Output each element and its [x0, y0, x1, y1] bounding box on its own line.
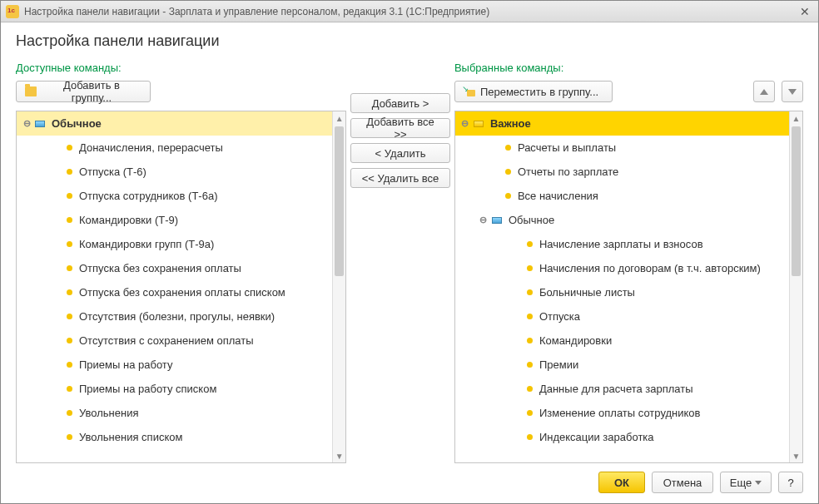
- scroll-up-icon[interactable]: ▲: [333, 111, 345, 125]
- scroll-track[interactable]: [790, 125, 802, 449]
- list-item[interactable]: Отпуска без сохранения оплаты списком: [17, 280, 332, 304]
- bullet-icon: [67, 193, 72, 199]
- add-to-group-button[interactable]: Добавить в группу...: [16, 81, 151, 102]
- available-label: Доступные команды:: [16, 62, 346, 74]
- window-title: Настройка панели навигации - Зарплата и …: [24, 6, 797, 17]
- list-item[interactable]: Приемы на работу: [17, 353, 332, 377]
- group-ordinary[interactable]: ⊖ Обычное: [455, 208, 789, 232]
- bullet-icon: [527, 241, 533, 247]
- scroll-track[interactable]: [333, 125, 345, 449]
- list-item[interactable]: Изменение оплаты сотрудников: [455, 401, 789, 425]
- folder-icon: [25, 86, 37, 96]
- bullet-icon: [527, 314, 533, 319]
- bullet-icon: [527, 386, 533, 392]
- move-up-button[interactable]: [753, 81, 775, 102]
- bullet-icon: [67, 386, 72, 392]
- titlebar: Настройка панели навигации - Зарплата и …: [1, 1, 818, 22]
- list-item[interactable]: Индексации заработка: [455, 425, 789, 449]
- list-item[interactable]: Начисления по договорам (в т.ч. авторски…: [455, 256, 789, 280]
- bullet-icon: [527, 265, 533, 271]
- navigation-panel-settings-window: Настройка панели навигации - Зарплата и …: [0, 0, 819, 504]
- list-item[interactable]: Премии: [455, 353, 789, 377]
- list-item[interactable]: Увольнения списком: [17, 425, 332, 449]
- selected-listbox[interactable]: ⊖ Важное Расчеты и выплаты Отчеты по зар…: [454, 111, 803, 463]
- available-listbox[interactable]: ⊖ Обычное Доначисления, перерасчеты Отпу…: [16, 111, 346, 463]
- arrow-down-icon: [788, 89, 797, 95]
- bullet-icon: [527, 362, 533, 368]
- list-item[interactable]: Отсутствия с сохранением оплаты: [17, 329, 332, 353]
- bullet-icon: [67, 410, 72, 416]
- move-folder-icon: [464, 86, 475, 96]
- collapse-icon[interactable]: ⊖: [22, 119, 32, 129]
- remove-all-button[interactable]: << Удалить все: [350, 168, 450, 188]
- list-item[interactable]: Отпуска (Т-6): [17, 160, 332, 184]
- scroll-down-icon[interactable]: ▼: [333, 449, 345, 462]
- bullet-icon: [527, 410, 533, 416]
- list-item[interactable]: Отчеты по зарплате: [455, 160, 789, 184]
- columns: Доступные команды: Добавить в группу... …: [16, 62, 803, 463]
- group-label: Важное: [490, 117, 531, 130]
- list-item[interactable]: Расчеты и выплаты: [455, 136, 789, 160]
- content: Настройка панели навигации Доступные ком…: [1, 22, 818, 503]
- page-title: Настройка панели навигации: [16, 32, 803, 50]
- list-item[interactable]: Отпуска без сохранения оплаты: [17, 256, 332, 280]
- scrollbar[interactable]: ▲ ▼: [789, 111, 802, 462]
- add-all-button[interactable]: Добавить все >>: [350, 118, 450, 138]
- bullet-icon: [505, 169, 511, 175]
- ok-button[interactable]: ОК: [598, 472, 645, 493]
- bullet-icon: [67, 338, 72, 343]
- list-item[interactable]: Данные для расчета зарплаты: [455, 377, 789, 401]
- scrollbar[interactable]: ▲ ▼: [332, 111, 345, 462]
- move-to-group-label: Переместить в группу...: [480, 86, 598, 98]
- available-commands-column: Доступные команды: Добавить в группу... …: [16, 62, 346, 463]
- list-item[interactable]: Увольнения: [17, 401, 332, 425]
- collapse-icon[interactable]: ⊖: [479, 215, 489, 225]
- bullet-icon: [527, 289, 533, 295]
- list-item[interactable]: Отпуска: [455, 304, 789, 329]
- remove-button[interactable]: < Удалить: [350, 143, 450, 163]
- cancel-button[interactable]: Отмена: [652, 472, 713, 493]
- group-label: Обычное: [509, 214, 554, 226]
- list-item[interactable]: Отпуска сотрудников (Т-6а): [17, 184, 332, 208]
- list-item[interactable]: Командировки: [455, 329, 789, 353]
- more-button[interactable]: Еще: [720, 472, 772, 493]
- bullet-icon: [67, 362, 72, 368]
- collapse-icon[interactable]: ⊖: [460, 119, 470, 129]
- bullet-icon: [67, 314, 72, 319]
- move-down-button[interactable]: [782, 81, 803, 102]
- list-item[interactable]: Отсутствия (болезни, прогулы, неявки): [17, 304, 332, 329]
- group-ordinary[interactable]: ⊖ Обычное: [17, 111, 332, 136]
- left-toolbar: Добавить в группу...: [16, 81, 346, 102]
- list-item[interactable]: Начисление зарплаты и взносов: [455, 232, 789, 256]
- arrow-up-icon: [760, 89, 768, 95]
- bullet-icon: [505, 145, 511, 151]
- add-button[interactable]: Добавить >: [350, 93, 450, 113]
- group-bar-icon: [35, 121, 45, 127]
- bullet-icon: [67, 217, 72, 223]
- right-toolbar: Переместить в группу...: [454, 81, 803, 102]
- scroll-thumb[interactable]: [335, 126, 344, 276]
- list-item[interactable]: Все начисления: [455, 184, 789, 208]
- list-item[interactable]: Командировки (Т-9): [17, 208, 332, 232]
- bullet-icon: [527, 338, 533, 343]
- list-item[interactable]: Больничные листы: [455, 280, 789, 304]
- help-button[interactable]: ?: [778, 472, 803, 493]
- list-item[interactable]: Доначисления, перерасчеты: [17, 136, 332, 160]
- bullet-icon: [67, 241, 72, 247]
- list-item[interactable]: Приемы на работу списком: [17, 377, 332, 401]
- scroll-down-icon[interactable]: ▼: [790, 449, 802, 462]
- bullet-icon: [67, 289, 72, 295]
- bullet-icon: [67, 145, 72, 151]
- scroll-thumb[interactable]: [792, 126, 801, 276]
- close-icon[interactable]: ✕: [797, 3, 813, 20]
- group-label: Обычное: [52, 117, 102, 130]
- group-bar-icon: [474, 121, 484, 127]
- scroll-up-icon[interactable]: ▲: [790, 111, 802, 125]
- group-important[interactable]: ⊖ Важное: [455, 111, 789, 136]
- bullet-icon: [527, 434, 533, 440]
- list-item[interactable]: Командировки групп (Т-9а): [17, 232, 332, 256]
- group-bar-icon: [492, 217, 502, 224]
- selected-list: ⊖ Важное Расчеты и выплаты Отчеты по зар…: [455, 111, 789, 462]
- add-to-group-label: Добавить в группу...: [42, 79, 141, 104]
- move-to-group-button[interactable]: Переместить в группу...: [454, 81, 613, 102]
